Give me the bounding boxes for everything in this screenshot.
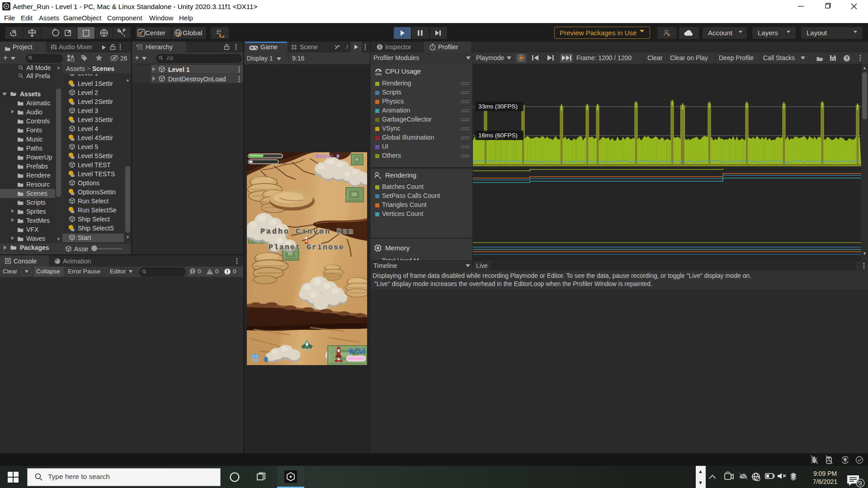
svg-text:3: 3 (859, 480, 862, 487)
svg-text:?: ? (845, 56, 849, 61)
svg-text:0/14: 0/14 (349, 348, 365, 356)
svg-text:Score: 0: Score: 0 (316, 154, 340, 159)
svg-text:Padho Canyon Run: Padho Canyon Run (260, 227, 354, 236)
svg-text:0: 0 (264, 356, 268, 363)
svg-text:CPU: CPU (375, 73, 382, 76)
svg-text:Planet Grinose: Planet Grinose (269, 243, 344, 252)
svg-text:16ms (60FPS): 16ms (60FPS) (478, 132, 518, 139)
svg-text:33ms (30FPS): 33ms (30FPS) (478, 103, 518, 110)
